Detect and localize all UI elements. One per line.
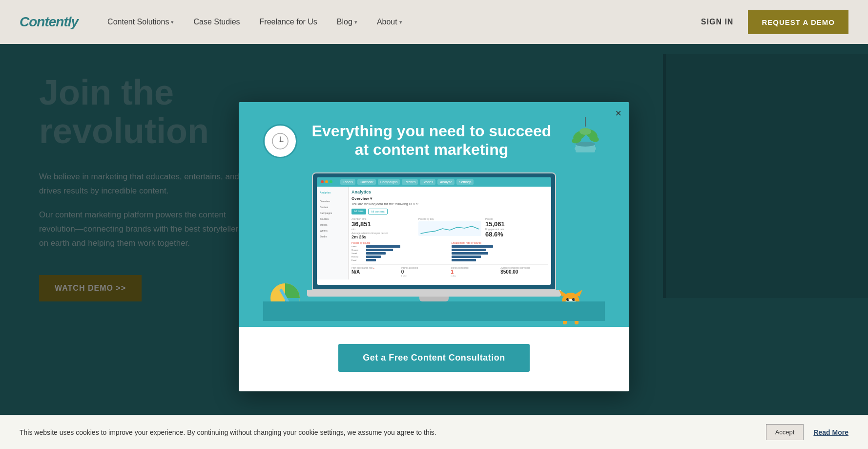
clock-icon [263,124,297,158]
hero-section: Join the revolution We believe in market… [0,44,868,449]
modal-title-block: Everything you need to succeed at conten… [307,122,556,159]
laptop: Labels Calendar Campaigns Pitches Storie… [312,172,556,301]
chevron-down-icon: ▾ [399,19,402,25]
svg-point-26 [574,299,575,299]
nav-actions: SIGN IN REQUEST A DEMO [701,10,848,34]
laptop-screen-inner: Labels Calendar Campaigns Pitches Storie… [317,177,551,285]
nav-links: Content Solutions ▾ Case Studies Freelan… [107,18,701,26]
navbar: Contently Content Solutions ▾ Case Studi… [0,0,868,44]
sign-in-link[interactable]: SIGN IN [701,18,734,26]
nav-freelance[interactable]: Freelance for Us [260,18,317,26]
chevron-down-icon: ▾ [171,19,174,25]
cookie-read-more-link[interactable]: Read More [813,428,848,436]
cookie-text: This website uses cookies to improve you… [20,428,756,436]
laptop-illustration: Labels Calendar Campaigns Pitches Storie… [263,172,605,301]
modal-close-button[interactable]: × [615,108,621,119]
sidebar-writers[interactable]: Writers [319,228,346,234]
cookie-banner: This website uses cookies to improve you… [0,415,868,449]
nav-content-solutions[interactable]: Content Solutions ▾ [107,18,174,26]
analytics-subtitle: You are viewing data for the following U… [351,202,548,206]
sidebar-analytics[interactable]: Analytics [319,190,346,195]
nav-blog[interactable]: Blog ▾ [337,18,357,26]
chevron-down-icon: ▾ [354,19,357,25]
svg-point-3 [280,140,281,142]
analytics-title: Analytics [351,190,548,194]
modal-bottom-stripe [263,301,605,321]
modal: × Everything you need [239,102,629,391]
logo[interactable]: Contently [20,14,78,30]
plant-decoration [566,117,605,163]
sidebar-stories[interactable]: Stories [319,222,346,228]
nav-case-studies[interactable]: Case Studies [193,18,240,26]
request-demo-button[interactable]: REQUEST A DEMO [748,10,848,34]
laptop-screen: Labels Calendar Campaigns Pitches Storie… [312,172,556,290]
sidebar-studio[interactable]: Studio [319,234,346,239]
cookie-accept-button[interactable]: Accept [766,424,804,440]
sidebar-overview[interactable]: Overview [319,198,346,204]
modal-bottom: Get a Free Content Consultation [239,327,629,391]
svg-point-23 [566,298,569,301]
svg-point-25 [568,299,569,299]
modal-title: Everything you need to succeed at conten… [307,122,556,159]
sidebar-sources[interactable]: Sources [319,216,346,222]
sidebar-campaigns[interactable]: Campaigns [319,210,346,216]
cta-button[interactable]: Get a Free Content Consultation [338,344,530,372]
nav-about[interactable]: About ▾ [377,18,402,26]
svg-point-24 [572,298,575,301]
modal-overlay[interactable]: × Everything you need [0,44,868,449]
modal-top: Everything you need to succeed at conten… [239,102,629,327]
svg-point-10 [579,128,591,135]
sidebar-content[interactable]: Content [319,204,346,210]
modal-top-inner: Everything you need to succeed at conten… [263,122,605,163]
